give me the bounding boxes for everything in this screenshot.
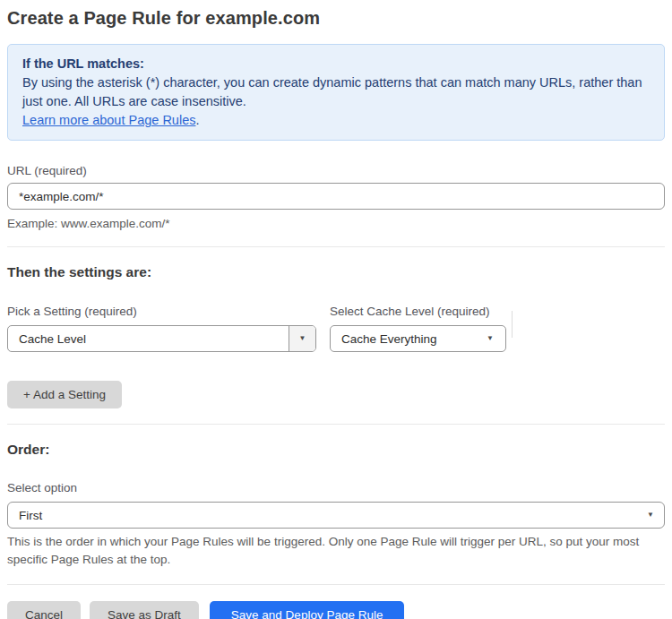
- chevron-down-icon: ▼: [299, 335, 306, 342]
- order-helper-text: This is the order in which your Page Rul…: [7, 533, 665, 569]
- cancel-button[interactable]: Cancel: [7, 601, 81, 619]
- save-and-deploy-button[interactable]: Save and Deploy Page Rule: [210, 601, 405, 619]
- pick-setting-column: Pick a Setting (required) Cache Level ▼: [7, 305, 316, 352]
- learn-more-link[interactable]: Learn more about Page Rules: [22, 113, 195, 127]
- link-period: .: [195, 113, 199, 127]
- form-actions: Cancel Save as Draft Save and Deploy Pag…: [7, 601, 665, 619]
- order-select-value: First: [8, 509, 647, 522]
- url-input[interactable]: [7, 183, 665, 210]
- order-select[interactable]: First ▼: [7, 502, 665, 529]
- divider: [7, 424, 665, 425]
- url-field-label: URL (required): [7, 164, 665, 178]
- cache-level-dropdown[interactable]: Cache Everything ▼: [330, 325, 506, 352]
- settings-section-heading: Then the settings are:: [7, 264, 665, 280]
- cache-level-column-wrap: Select Cache Level (required) Cache Ever…: [330, 305, 513, 352]
- save-as-draft-button[interactable]: Save as Draft: [90, 601, 199, 619]
- cache-level-label: Select Cache Level (required): [330, 305, 506, 319]
- page-title: Create a Page Rule for example.com: [7, 8, 665, 29]
- url-match-info-box: If the URL matches: By using the asteris…: [7, 44, 665, 141]
- settings-row: Pick a Setting (required) Cache Level ▼ …: [7, 305, 665, 352]
- pick-setting-dropdown[interactable]: Cache Level ▼: [7, 325, 316, 352]
- info-box-body: By using the asterisk (*) character, you…: [22, 73, 650, 111]
- url-example-helper: Example: www.example.com/*: [7, 215, 665, 233]
- order-section-heading: Order:: [7, 442, 665, 458]
- info-box-heading: If the URL matches:: [22, 55, 650, 73]
- add-setting-button[interactable]: + Add a Setting: [7, 381, 122, 408]
- cache-level-column: Select Cache Level (required) Cache Ever…: [330, 305, 506, 352]
- chevron-down-icon: ▼: [647, 512, 664, 519]
- dropdown-arrow-button[interactable]: ▼: [289, 326, 315, 351]
- divider: [7, 246, 665, 247]
- divider: [7, 584, 665, 585]
- order-select-label: Select option: [7, 481, 665, 495]
- info-box-link-line: Learn more about Page Rules.: [22, 111, 650, 130]
- chevron-down-icon: ▼: [487, 335, 505, 342]
- page-rule-form: Create a Page Rule for example.com If th…: [0, 8, 672, 619]
- pick-setting-value: Cache Level: [8, 332, 289, 346]
- cache-level-value: Cache Everything: [331, 332, 487, 346]
- setting-column-divider: [512, 311, 513, 338]
- pick-setting-label: Pick a Setting (required): [7, 305, 316, 319]
